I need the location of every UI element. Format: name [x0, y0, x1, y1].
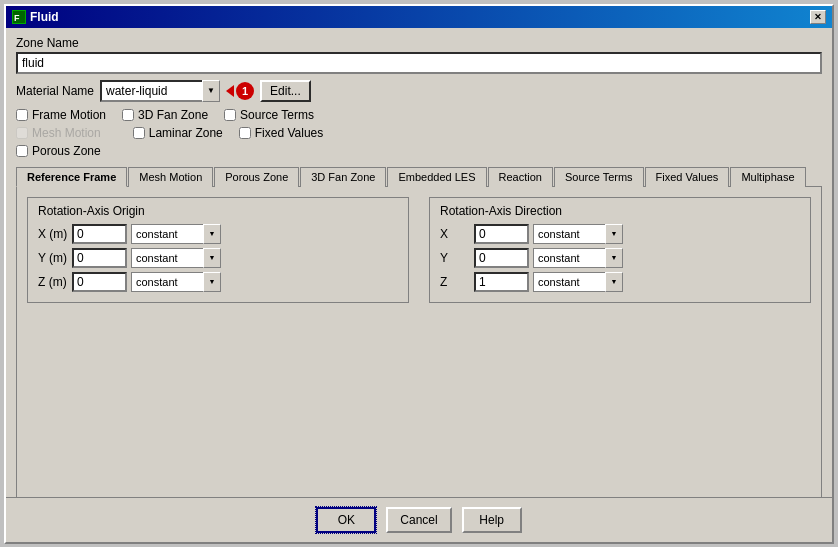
origin-z-dropdown-wrapper: constant ▼: [131, 272, 221, 292]
tab-reaction[interactable]: Reaction: [488, 167, 553, 187]
fixed-values-checkbox-item[interactable]: Fixed Values: [239, 126, 323, 140]
direction-y-input[interactable]: [474, 248, 529, 268]
fixed-values-checkbox[interactable]: [239, 127, 251, 139]
rotation-axis-direction-box: Rotation-Axis Direction X constant ▼: [429, 197, 811, 303]
rotation-container: Rotation-Axis Origin X (m) constant ▼: [27, 197, 811, 303]
porous-zone-label: Porous Zone: [32, 144, 101, 158]
close-button[interactable]: ✕: [810, 10, 826, 24]
annotation-badge: 1: [236, 82, 254, 100]
tab-porous-zone[interactable]: Porous Zone: [214, 167, 299, 187]
title-bar-left: F Fluid: [12, 10, 59, 24]
direction-x-dropdown-wrapper: constant ▼: [533, 224, 623, 244]
checkbox-row-2: Mesh Motion Laminar Zone Fixed Values: [16, 126, 822, 140]
app-icon: F: [12, 10, 26, 24]
origin-x-dropdown-wrapper: constant ▼: [131, 224, 221, 244]
zone-name-label: Zone Name: [16, 36, 822, 50]
tab-source-terms[interactable]: Source Terms: [554, 167, 644, 187]
rotation-axis-origin-title: Rotation-Axis Origin: [38, 204, 398, 218]
direction-x-row: X constant ▼: [440, 224, 800, 244]
frame-motion-label: Frame Motion: [32, 108, 106, 122]
svg-text:F: F: [14, 13, 20, 23]
3d-fan-zone-checkbox-item[interactable]: 3D Fan Zone: [122, 108, 208, 122]
direction-x-input[interactable]: [474, 224, 529, 244]
material-select-wrapper: water-liquid ▼: [100, 80, 220, 102]
cancel-button[interactable]: Cancel: [386, 507, 451, 533]
mesh-motion-label: Mesh Motion: [32, 126, 101, 140]
source-terms-checkbox-item[interactable]: Source Terms: [224, 108, 314, 122]
fixed-values-label: Fixed Values: [255, 126, 323, 140]
origin-x-dropdown[interactable]: constant: [131, 224, 221, 244]
origin-x-label: X (m): [38, 227, 68, 241]
origin-y-input[interactable]: [72, 248, 127, 268]
tab-fixed-values[interactable]: Fixed Values: [645, 167, 730, 187]
dialog-footer: OK Cancel Help: [6, 497, 832, 542]
badge-arrow: 1: [226, 82, 254, 100]
tab-mesh-motion[interactable]: Mesh Motion: [128, 167, 213, 187]
edit-button[interactable]: Edit...: [260, 80, 311, 102]
origin-z-dropdown[interactable]: constant: [131, 272, 221, 292]
origin-y-row: Y (m) constant ▼: [38, 248, 398, 268]
direction-z-dropdown-wrapper: constant ▼: [533, 272, 623, 292]
direction-y-dropdown-wrapper: constant ▼: [533, 248, 623, 268]
rotation-axis-direction-title: Rotation-Axis Direction: [440, 204, 800, 218]
direction-y-row: Y constant ▼: [440, 248, 800, 268]
mesh-motion-checkbox: [16, 127, 28, 139]
direction-z-row: Z constant ▼: [440, 272, 800, 292]
checkbox-row-1: Frame Motion 3D Fan Zone Source Terms: [16, 108, 822, 122]
porous-zone-checkbox-item[interactable]: Porous Zone: [16, 144, 101, 158]
tabs-row: Reference Frame Mesh Motion Porous Zone …: [16, 166, 822, 187]
laminar-zone-label: Laminar Zone: [149, 126, 223, 140]
dialog-title: Fluid: [30, 10, 59, 24]
origin-x-row: X (m) constant ▼: [38, 224, 398, 244]
origin-y-label: Y (m): [38, 251, 68, 265]
material-name-label: Material Name: [16, 84, 94, 98]
origin-x-input[interactable]: [72, 224, 127, 244]
title-bar: F Fluid ✕: [6, 6, 832, 28]
direction-x-label: X: [440, 227, 470, 241]
zone-name-input[interactable]: [16, 52, 822, 74]
tab-content-reference-frame: Rotation-Axis Origin X (m) constant ▼: [16, 187, 822, 507]
source-terms-checkbox[interactable]: [224, 109, 236, 121]
material-name-row: Material Name water-liquid ▼ 1 Edit...: [16, 80, 822, 102]
3d-fan-zone-label: 3D Fan Zone: [138, 108, 208, 122]
rotation-axis-origin-box: Rotation-Axis Origin X (m) constant ▼: [27, 197, 409, 303]
laminar-zone-checkbox[interactable]: [133, 127, 145, 139]
ok-button[interactable]: OK: [316, 507, 376, 533]
origin-z-label: Z (m): [38, 275, 68, 289]
mesh-motion-checkbox-item: Mesh Motion: [16, 126, 101, 140]
tab-3d-fan-zone[interactable]: 3D Fan Zone: [300, 167, 386, 187]
origin-y-dropdown[interactable]: constant: [131, 248, 221, 268]
fluid-dialog: F Fluid ✕ Zone Name Material Name water-…: [4, 4, 834, 544]
tab-multiphase[interactable]: Multiphase: [730, 167, 805, 187]
tab-embedded-les[interactable]: Embedded LES: [387, 167, 486, 187]
3d-fan-zone-checkbox[interactable]: [122, 109, 134, 121]
tab-reference-frame[interactable]: Reference Frame: [16, 167, 127, 187]
direction-y-label: Y: [440, 251, 470, 265]
origin-z-row: Z (m) constant ▼: [38, 272, 398, 292]
badge-triangle-icon: [226, 85, 234, 97]
direction-y-dropdown[interactable]: constant: [533, 248, 623, 268]
frame-motion-checkbox[interactable]: [16, 109, 28, 121]
direction-z-dropdown[interactable]: constant: [533, 272, 623, 292]
porous-zone-checkbox[interactable]: [16, 145, 28, 157]
origin-z-input[interactable]: [72, 272, 127, 292]
material-select[interactable]: water-liquid: [100, 80, 220, 102]
direction-z-input[interactable]: [474, 272, 529, 292]
dialog-body: Zone Name Material Name water-liquid ▼ 1…: [6, 28, 832, 515]
laminar-zone-checkbox-item[interactable]: Laminar Zone: [133, 126, 223, 140]
origin-y-dropdown-wrapper: constant ▼: [131, 248, 221, 268]
direction-x-dropdown[interactable]: constant: [533, 224, 623, 244]
checkbox-row-3: Porous Zone: [16, 144, 822, 158]
source-terms-label: Source Terms: [240, 108, 314, 122]
help-button[interactable]: Help: [462, 507, 522, 533]
frame-motion-checkbox-item[interactable]: Frame Motion: [16, 108, 106, 122]
direction-z-label: Z: [440, 275, 470, 289]
